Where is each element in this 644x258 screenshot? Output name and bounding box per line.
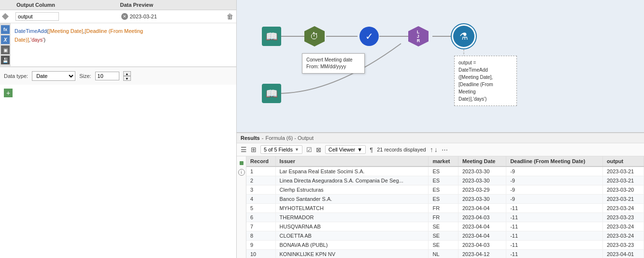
clear-icon[interactable]: ✕ <box>121 13 128 20</box>
cell-deadline: -11 <box>506 231 603 241</box>
cell-output: 2023-03-23 <box>602 213 644 222</box>
node-join[interactable]: LJR <box>408 26 429 46</box>
cell-record: 9 <box>246 241 275 250</box>
cell-issuer: Linea Directa Aseguradora S.A. Compania … <box>275 176 429 185</box>
cell-market: SE <box>429 241 458 250</box>
size-spinner[interactable]: ▲ ▼ <box>123 71 131 81</box>
cell-issuer: KONINKLIJKE KPN NV <box>275 250 429 258</box>
col-record: Record <box>246 156 275 167</box>
cell-record: 7 <box>246 222 275 231</box>
side-icon-bar: fx X ▣ 💾 <box>0 23 11 66</box>
cell-deadline: -11 <box>506 213 603 222</box>
size-up-button[interactable]: ▲ <box>123 71 131 76</box>
cell-output: 2023-03-21 <box>602 195 644 204</box>
join-icon: LJR <box>408 26 429 46</box>
cell-deadline: -9 <box>506 195 603 204</box>
data-type-select[interactable]: Date String Integer Double <box>32 71 75 81</box>
col-meeting-date: Meeting Date <box>458 156 506 167</box>
workflow-connections <box>237 0 644 132</box>
size-input[interactable] <box>95 72 119 80</box>
cell-market: ES <box>429 185 458 195</box>
table-row[interactable]: 3 Clerhp Estructuras ES 2023-03-29 -9 20… <box>246 185 644 195</box>
data-type-row: Data type: Date String Integer Double Si… <box>0 67 236 85</box>
output-name-section <box>15 12 118 21</box>
data-preview-header: Data Preview <box>120 2 220 8</box>
results-table-wrapper: Record Issuer market Meeting Date Deadli… <box>246 156 644 258</box>
column-view-icon[interactable]: ⊞ <box>251 146 257 153</box>
preview-date-value: 2023-03-21 <box>130 14 157 19</box>
cell-output: 2023-03-21 <box>602 176 644 185</box>
node-formula-output[interactable]: ⚗ <box>453 26 474 47</box>
cell-market: SE <box>429 222 458 231</box>
table-row[interactable]: 2 Linea Directa Aseguradora S.A. Compani… <box>246 176 644 185</box>
cell-issuer: Clerhp Estructuras <box>275 185 429 195</box>
cell-output: 2023-04-01 <box>602 250 644 258</box>
cell-meeting-date: 2023-03-29 <box>458 185 506 195</box>
check-icon-1[interactable]: ☑ <box>306 146 312 153</box>
size-down-button[interactable]: ▼ <box>123 76 131 81</box>
book-icon-2: 📖 <box>262 84 281 103</box>
list-view-icon[interactable]: ☰ <box>241 146 247 153</box>
cell-meeting-date: 2023-03-30 <box>458 195 506 204</box>
expand-icon[interactable] <box>2 13 9 20</box>
table-row[interactable]: 5 MYHOTELMATCH FR 2023-04-04 -11 2023-03… <box>246 204 644 213</box>
cell-meeting-date: 2023-04-04 <box>458 231 506 241</box>
fields-count-badge[interactable]: 5 of 5 Fields ▼ <box>260 145 302 154</box>
node-clock[interactable]: ⏱ <box>304 26 325 46</box>
cell-deadline: -11 <box>506 250 603 258</box>
results-side-bar: i <box>237 156 246 258</box>
cell-output: 2023-03-24 <box>602 204 644 213</box>
add-field-button[interactable]: + <box>4 89 13 97</box>
cell-deadline: -9 <box>506 167 603 176</box>
formula-node-icon: ⚗ <box>453 26 474 47</box>
node-input2[interactable]: 📖 <box>262 84 281 103</box>
formula-function-name: DateTimeAdd <box>14 28 47 34</box>
delete-row-icon[interactable]: 🗑 <box>227 13 233 20</box>
results-separator: - <box>262 135 264 141</box>
results-tbody: 1 Lar Espana Real Estate Socimi S.A. ES … <box>246 167 644 258</box>
block-icon[interactable]: ▣ <box>1 46 10 54</box>
table-row[interactable]: 7 HUSQVARNA AB SE 2023-04-04 -11 2023-03… <box>246 222 644 231</box>
cell-meeting-date: 2023-03-30 <box>458 167 506 176</box>
sort-down-arrow[interactable]: ↓ <box>434 146 438 153</box>
green-indicator <box>240 161 243 165</box>
table-row[interactable]: 8 CLOETTA AB SE 2023-04-04 -11 2023-03-2… <box>246 231 644 241</box>
fields-count-text: 5 of 5 Fields <box>264 147 293 152</box>
cell-issuer: HUSQVARNA AB <box>275 222 429 231</box>
col-output: output <box>602 156 644 167</box>
table-row[interactable]: 10 KONINKLIJKE KPN NV NL 2023-04-12 -11 … <box>246 250 644 258</box>
cell-record: 2 <box>246 176 275 185</box>
paragraph-icon[interactable]: ¶ <box>370 146 373 153</box>
cell-market: ES <box>429 195 458 204</box>
cell-issuer: CLOETTA AB <box>275 231 429 241</box>
table-row[interactable]: 1 Lar Espana Real Estate Socimi S.A. ES … <box>246 167 644 176</box>
cell-record: 1 <box>246 167 275 176</box>
table-row[interactable]: 4 Banco Santander S.A. ES 2023-03-30 -9 … <box>246 195 644 204</box>
cell-output: 2023-03-23 <box>602 241 644 250</box>
tooltip-convert-text: Convert Meeting date From: MM/dd/yyyy <box>306 57 353 69</box>
results-label: Results <box>241 135 260 141</box>
cell-output: 2023-03-24 <box>602 231 644 241</box>
info-icon[interactable]: i <box>238 169 245 176</box>
clock-icon: ⏱ <box>304 26 325 46</box>
cell-viewer-dropdown[interactable]: Cell Viewer ▼ <box>325 145 366 154</box>
save-icon[interactable]: 💾 <box>1 56 10 64</box>
table-row[interactable]: 9 BONAVA AB (PUBL) SE 2023-04-03 -11 202… <box>246 241 644 250</box>
check-icon-2[interactable]: ⊠ <box>316 146 321 153</box>
formula-icon[interactable]: fx <box>1 25 10 34</box>
variable-icon[interactable]: X <box>1 35 10 44</box>
cell-issuer: BONAVA AB (PUBL) <box>275 241 429 250</box>
more-options-icon[interactable]: ⋯ <box>442 146 448 153</box>
sort-up-arrow[interactable]: ↑ <box>430 146 433 153</box>
cell-record: 6 <box>246 213 275 222</box>
cell-market: ES <box>429 176 458 185</box>
output-name-input[interactable] <box>15 12 59 21</box>
node-input1[interactable]: 📖 <box>262 27 281 46</box>
cell-output: 2023-03-21 <box>602 167 644 176</box>
cell-deadline: -11 <box>506 241 603 250</box>
results-detail: Formula (6) - Output <box>265 135 314 141</box>
table-row[interactable]: 6 THERMADOR FR 2023-04-03 -11 2023-03-23 <box>246 213 644 222</box>
workflow-canvas: 📖 ⏱ Convert Meeting date From: MM/dd/yyy… <box>237 0 644 132</box>
node-checkmark[interactable]: ✓ <box>359 27 379 46</box>
cell-meeting-date: 2023-04-04 <box>458 204 506 213</box>
